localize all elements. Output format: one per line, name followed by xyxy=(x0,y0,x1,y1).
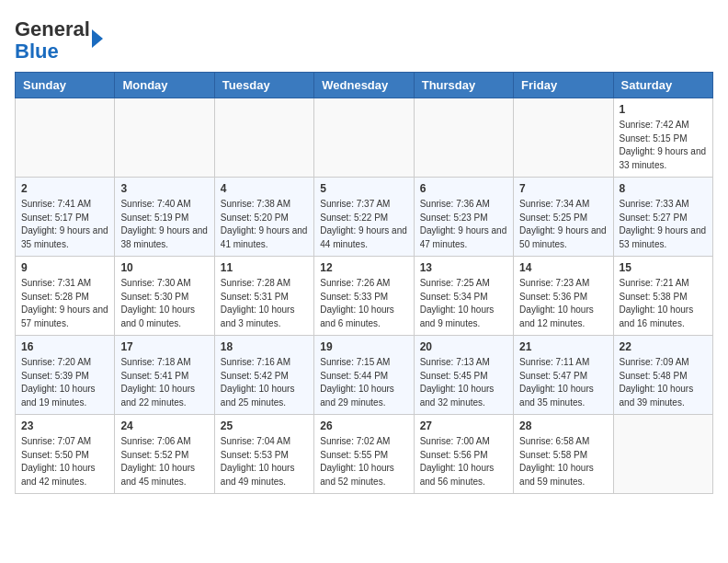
day-info: Sunrise: 7:11 AM Sunset: 5:47 PM Dayligh… xyxy=(519,356,607,409)
day-info: Sunrise: 7:20 AM Sunset: 5:39 PM Dayligh… xyxy=(21,356,108,409)
logo-general: General xyxy=(15,17,90,40)
calendar-cell xyxy=(314,98,414,178)
day-number: 2 xyxy=(21,182,108,195)
day-number: 19 xyxy=(320,340,407,353)
weekday-header-row: SundayMondayTuesdayWednesdayThursdayFrid… xyxy=(16,73,713,98)
day-number: 1 xyxy=(620,103,707,116)
day-number: 10 xyxy=(120,261,208,274)
calendar-cell: 28Sunrise: 6:58 AM Sunset: 5:58 PM Dayli… xyxy=(514,415,613,494)
day-number: 27 xyxy=(420,419,507,432)
day-number: 17 xyxy=(120,340,208,353)
calendar-cell: 14Sunrise: 7:23 AM Sunset: 5:36 PM Dayli… xyxy=(514,257,613,336)
day-info: Sunrise: 7:41 AM Sunset: 5:17 PM Dayligh… xyxy=(21,198,108,251)
calendar-table: SundayMondayTuesdayWednesdayThursdayFrid… xyxy=(15,72,713,494)
day-info: Sunrise: 7:18 AM Sunset: 5:41 PM Dayligh… xyxy=(120,356,208,409)
calendar-week-1: 1Sunrise: 7:42 AM Sunset: 5:15 PM Daylig… xyxy=(16,98,713,178)
day-info: Sunrise: 7:36 AM Sunset: 5:23 PM Dayligh… xyxy=(420,198,507,251)
calendar-cell: 12Sunrise: 7:26 AM Sunset: 5:33 PM Dayli… xyxy=(314,257,414,336)
calendar-cell: 3Sunrise: 7:40 AM Sunset: 5:19 PM Daylig… xyxy=(115,178,214,257)
day-number: 4 xyxy=(221,182,308,195)
day-info: Sunrise: 7:07 AM Sunset: 5:50 PM Dayligh… xyxy=(21,435,108,488)
day-info: Sunrise: 7:00 AM Sunset: 5:56 PM Dayligh… xyxy=(420,435,507,488)
day-info: Sunrise: 7:28 AM Sunset: 5:31 PM Dayligh… xyxy=(221,277,308,330)
day-number: 25 xyxy=(221,419,308,432)
day-info: Sunrise: 7:23 AM Sunset: 5:36 PM Dayligh… xyxy=(519,277,607,330)
calendar-cell: 4Sunrise: 7:38 AM Sunset: 5:20 PM Daylig… xyxy=(214,178,313,257)
day-info: Sunrise: 7:04 AM Sunset: 5:53 PM Dayligh… xyxy=(221,435,308,488)
day-info: Sunrise: 7:26 AM Sunset: 5:33 PM Dayligh… xyxy=(320,277,407,330)
day-info: Sunrise: 7:34 AM Sunset: 5:25 PM Dayligh… xyxy=(519,198,607,251)
calendar-week-5: 23Sunrise: 7:07 AM Sunset: 5:50 PM Dayli… xyxy=(16,415,713,494)
day-info: Sunrise: 7:30 AM Sunset: 5:30 PM Dayligh… xyxy=(120,277,208,330)
day-number: 14 xyxy=(519,261,607,274)
calendar-cell: 9Sunrise: 7:31 AM Sunset: 5:28 PM Daylig… xyxy=(16,257,115,336)
page-header: General Blue xyxy=(15,15,713,63)
day-number: 18 xyxy=(221,340,308,353)
calendar-cell: 24Sunrise: 7:06 AM Sunset: 5:52 PM Dayli… xyxy=(115,415,214,494)
day-info: Sunrise: 7:42 AM Sunset: 5:15 PM Dayligh… xyxy=(620,119,707,172)
day-info: Sunrise: 7:37 AM Sunset: 5:22 PM Dayligh… xyxy=(320,198,407,251)
day-info: Sunrise: 7:33 AM Sunset: 5:27 PM Dayligh… xyxy=(620,198,707,251)
calendar-cell: 1Sunrise: 7:42 AM Sunset: 5:15 PM Daylig… xyxy=(613,98,712,178)
day-number: 8 xyxy=(620,182,707,195)
weekday-header-friday: Friday xyxy=(514,73,613,98)
calendar-cell: 26Sunrise: 7:02 AM Sunset: 5:55 PM Dayli… xyxy=(314,415,414,494)
calendar-cell: 20Sunrise: 7:13 AM Sunset: 5:45 PM Dayli… xyxy=(414,336,513,415)
day-number: 28 xyxy=(519,419,607,432)
calendar-cell: 18Sunrise: 7:16 AM Sunset: 5:42 PM Dayli… xyxy=(214,336,313,415)
calendar-cell: 2Sunrise: 7:41 AM Sunset: 5:17 PM Daylig… xyxy=(16,178,115,257)
weekday-header-saturday: Saturday xyxy=(613,73,712,98)
calendar-cell: 6Sunrise: 7:36 AM Sunset: 5:23 PM Daylig… xyxy=(414,178,513,257)
day-info: Sunrise: 7:09 AM Sunset: 5:48 PM Dayligh… xyxy=(620,356,707,409)
calendar-cell: 13Sunrise: 7:25 AM Sunset: 5:34 PM Dayli… xyxy=(414,257,513,336)
calendar-cell: 19Sunrise: 7:15 AM Sunset: 5:44 PM Dayli… xyxy=(314,336,414,415)
day-number: 16 xyxy=(21,340,108,353)
weekday-header-tuesday: Tuesday xyxy=(214,73,313,98)
logo-blue: Blue xyxy=(15,40,59,63)
calendar-cell: 27Sunrise: 7:00 AM Sunset: 5:56 PM Dayli… xyxy=(414,415,513,494)
calendar-cell xyxy=(16,98,115,178)
day-number: 22 xyxy=(620,340,707,353)
day-info: Sunrise: 7:13 AM Sunset: 5:45 PM Dayligh… xyxy=(420,356,507,409)
calendar-cell: 7Sunrise: 7:34 AM Sunset: 5:25 PM Daylig… xyxy=(514,178,613,257)
day-number: 6 xyxy=(420,182,507,195)
calendar-cell xyxy=(115,98,214,178)
day-number: 13 xyxy=(420,261,507,274)
calendar-cell: 8Sunrise: 7:33 AM Sunset: 5:27 PM Daylig… xyxy=(613,178,712,257)
day-number: 23 xyxy=(21,419,108,432)
weekday-header-monday: Monday xyxy=(115,73,214,98)
calendar-cell xyxy=(613,415,712,494)
day-number: 9 xyxy=(21,261,108,274)
logo: General Blue xyxy=(15,18,103,63)
day-number: 5 xyxy=(320,182,407,195)
day-number: 26 xyxy=(320,419,407,432)
calendar-cell: 21Sunrise: 7:11 AM Sunset: 5:47 PM Dayli… xyxy=(514,336,613,415)
weekday-header-wednesday: Wednesday xyxy=(314,73,414,98)
day-info: Sunrise: 7:02 AM Sunset: 5:55 PM Dayligh… xyxy=(320,435,407,488)
day-number: 3 xyxy=(120,182,208,195)
day-number: 21 xyxy=(519,340,607,353)
weekday-header-sunday: Sunday xyxy=(16,73,115,98)
day-info: Sunrise: 7:25 AM Sunset: 5:34 PM Dayligh… xyxy=(420,277,507,330)
calendar-cell xyxy=(214,98,313,178)
calendar-cell: 16Sunrise: 7:20 AM Sunset: 5:39 PM Dayli… xyxy=(16,336,115,415)
day-info: Sunrise: 7:40 AM Sunset: 5:19 PM Dayligh… xyxy=(120,198,208,251)
day-number: 15 xyxy=(620,261,707,274)
calendar-cell: 5Sunrise: 7:37 AM Sunset: 5:22 PM Daylig… xyxy=(314,178,414,257)
logo-icon xyxy=(92,29,103,48)
calendar-cell xyxy=(414,98,513,178)
calendar-cell: 23Sunrise: 7:07 AM Sunset: 5:50 PM Dayli… xyxy=(16,415,115,494)
day-number: 7 xyxy=(519,182,607,195)
calendar-cell: 15Sunrise: 7:21 AM Sunset: 5:38 PM Dayli… xyxy=(613,257,712,336)
day-info: Sunrise: 7:21 AM Sunset: 5:38 PM Dayligh… xyxy=(620,277,707,330)
calendar-cell: 10Sunrise: 7:30 AM Sunset: 5:30 PM Dayli… xyxy=(115,257,214,336)
calendar-week-4: 16Sunrise: 7:20 AM Sunset: 5:39 PM Dayli… xyxy=(16,336,713,415)
weekday-header-thursday: Thursday xyxy=(414,73,513,98)
calendar-week-2: 2Sunrise: 7:41 AM Sunset: 5:17 PM Daylig… xyxy=(16,178,713,257)
day-info: Sunrise: 7:31 AM Sunset: 5:28 PM Dayligh… xyxy=(21,277,108,330)
day-number: 20 xyxy=(420,340,507,353)
calendar-week-3: 9Sunrise: 7:31 AM Sunset: 5:28 PM Daylig… xyxy=(16,257,713,336)
calendar-cell: 17Sunrise: 7:18 AM Sunset: 5:41 PM Dayli… xyxy=(115,336,214,415)
day-info: Sunrise: 7:38 AM Sunset: 5:20 PM Dayligh… xyxy=(221,198,308,251)
day-number: 24 xyxy=(120,419,208,432)
